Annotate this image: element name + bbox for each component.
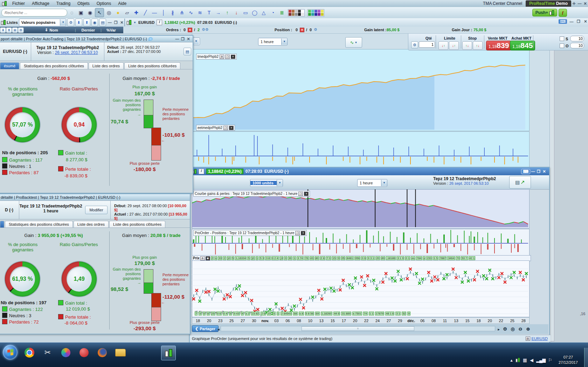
top-timeframe-select[interactable]: 1 heure▼ (258, 38, 288, 46)
version-link[interactable]: 26 sept. 2017 06:53:10 (449, 181, 489, 185)
label-maximize-icon[interactable]: ❐ (225, 55, 230, 59)
positions-close-icon[interactable]: ✕ (301, 231, 305, 235)
close-icon[interactable]: ✕ (582, 1, 588, 6)
palette-color-3[interactable] (298, 10, 301, 13)
scroll-right-icon[interactable]: ▸ (495, 326, 502, 333)
list-close-icon[interactable]: ✕ (119, 20, 124, 25)
tab--sum-[interactable]: ésumé (0, 62, 19, 69)
chart-scrollbar-thumb[interactable]: ≡ (302, 326, 414, 331)
menu-item[interactable]: Objets (74, 0, 93, 7)
palette-color-2[interactable] (314, 10, 317, 13)
chart-scrollbar[interactable]: ≡ (221, 326, 495, 331)
label2-close-icon[interactable]: ✕ (229, 126, 234, 130)
tab-prorealtime-demo[interactable]: ProRealTime Demo (526, 0, 571, 7)
stop-buy-button[interactable]: ↑↓ (473, 41, 483, 50)
palette-color-0[interactable] (289, 10, 291, 13)
list-minimize-icon[interactable]: — (107, 20, 112, 25)
column-sort-icon[interactable]: ⇓ (45, 28, 48, 32)
palette-color-7[interactable] (314, 13, 317, 16)
arrow-down-tool[interactable]: ↓ (232, 8, 241, 17)
taskbar-media-icon[interactable] (59, 346, 73, 360)
label-wrench-icon[interactable]: ⚙ (220, 55, 224, 59)
mid-timeframe-select[interactable]: 1 heure▼ (357, 179, 387, 187)
zoom-tool[interactable]: ◎ (105, 8, 113, 17)
window-keyboard-icon[interactable]: ⌨ (521, 169, 530, 174)
menu-item[interactable]: Options (93, 0, 115, 7)
label2-maximize-icon[interactable]: ❐ (223, 126, 228, 130)
palette-color-0[interactable] (308, 10, 311, 13)
window-minimize-icon[interactable]: — (530, 169, 536, 174)
palette-color-1[interactable] (311, 10, 314, 13)
qty-input[interactable] (419, 41, 435, 48)
menu-item[interactable]: Affichage (28, 0, 53, 7)
column-dernier[interactable]: Dernier (82, 28, 95, 32)
qty-wrench-icon[interactable]: ⚙ (411, 41, 418, 48)
tab-liste-des-positions-cl-tur-es[interactable]: Liste des positions clôturées (124, 62, 180, 69)
window-close-icon[interactable]: ✕ (541, 169, 547, 174)
tray-action-center-icon[interactable]: ⚐ (548, 358, 552, 363)
wave-tool[interactable]: ≋ (196, 8, 204, 17)
zoom-in-icon[interactable]: ⊕ (525, 325, 532, 332)
window-info-icon[interactable]: i (199, 169, 204, 174)
chart-report-button[interactable]: ▤↗ (509, 176, 531, 189)
cancel-orders-icon[interactable]: ✕ (188, 28, 192, 32)
start-button[interactable] (3, 345, 18, 360)
tray-prt-icon[interactable] (516, 358, 520, 362)
quote-symbol[interactable]: EURUSD (138, 20, 154, 25)
gains-maximize-icon[interactable]: ❐ (298, 192, 303, 196)
taskbar-prorealtime-icon[interactable] (161, 346, 176, 360)
buy-mkt-button[interactable]: 1,18845 (510, 41, 535, 50)
proorder-icon[interactable]: ◉ (86, 8, 94, 17)
export-icon[interactable]: ⬆ (6, 27, 12, 33)
tab-statistiques-des-positions-cl-tur-es[interactable]: Statistiques des positions clôturées (5, 221, 73, 227)
limit-buy-button[interactable]: ↓↑ (449, 41, 459, 50)
sell-mkt-button[interactable]: 1,18839 (486, 41, 511, 50)
stop-sell-button[interactable]: ↑↓ (462, 41, 472, 50)
tab-liste-des-positions-cl-tur-es[interactable]: Liste des positions clôturées (109, 221, 165, 227)
alert-bell-icon[interactable]: ● (114, 8, 122, 17)
palette-color-5[interactable] (308, 13, 311, 16)
chevron-down-icon[interactable]: ▼ (133, 21, 136, 24)
zoom-out-icon[interactable]: ⊖ (517, 325, 524, 332)
minimize-icon[interactable]: — (577, 1, 582, 6)
arrow-up-tool[interactable]: ↑ (223, 8, 231, 17)
menu-item[interactable]: Aide (115, 0, 130, 7)
trendline-tool[interactable]: ╱ (141, 8, 150, 17)
palette-color-5[interactable] (289, 13, 291, 16)
stop-checkbox[interactable] (560, 36, 564, 41)
keyboard-icon[interactable]: ⌨ (558, 19, 567, 24)
tab-resume-cut[interactable] (0, 221, 4, 227)
import-icon[interactable]: ⬇ (0, 27, 6, 33)
units-select[interactable]: 1000 unités▼ (250, 179, 283, 187)
palette-color-6[interactable] (292, 13, 295, 16)
prix-wrench-icon[interactable]: ⚙ (200, 256, 205, 260)
label-close-icon[interactable]: ✕ (231, 55, 235, 59)
color-palette-2[interactable] (307, 9, 324, 16)
taskbar-chrome-icon[interactable] (22, 346, 36, 360)
share-button[interactable]: ❮Partager (192, 325, 219, 332)
tab-liste-des-ordres[interactable]: Liste des ordres (89, 62, 124, 69)
palette-color-4[interactable] (301, 10, 304, 13)
push-plus-button[interactable]: Push+ (532, 9, 557, 16)
chart-close-icon[interactable]: ✕ (583, 19, 588, 24)
report-close-icon[interactable]: ✕ (186, 37, 191, 41)
menu-item[interactable]: Fichier (9, 0, 28, 7)
indicator-chart-tool[interactable]: ≣ (278, 8, 286, 17)
limit-sell-button[interactable]: ↓↑ (438, 41, 448, 50)
column-var[interactable]: %Var (106, 28, 116, 32)
info-icon[interactable]: i (157, 20, 162, 25)
add-chart-icon[interactable]: ⊞ (12, 27, 18, 33)
move-down-icon[interactable]: ⬇ (75, 19, 82, 26)
o-input[interactable] (570, 43, 584, 48)
move-up-icon[interactable]: ⬆ (83, 19, 90, 26)
hidden-symbol-combo[interactable]: ▼ (193, 38, 200, 45)
taskbar-firefox-icon[interactable] (95, 346, 109, 360)
tab-tma-center-channel[interactable]: TMA Center Channel (479, 0, 526, 7)
s-input[interactable] (570, 36, 584, 41)
ellipse-tool[interactable]: ◯ (250, 8, 259, 17)
palette-color-4[interactable] (321, 10, 324, 13)
ruler-tool[interactable]: ▱ (123, 8, 131, 17)
tray-display-icon[interactable]: ▦ (523, 358, 527, 363)
palette-color-9[interactable] (301, 13, 304, 16)
print-icon[interactable]: ▤ (99, 19, 106, 26)
